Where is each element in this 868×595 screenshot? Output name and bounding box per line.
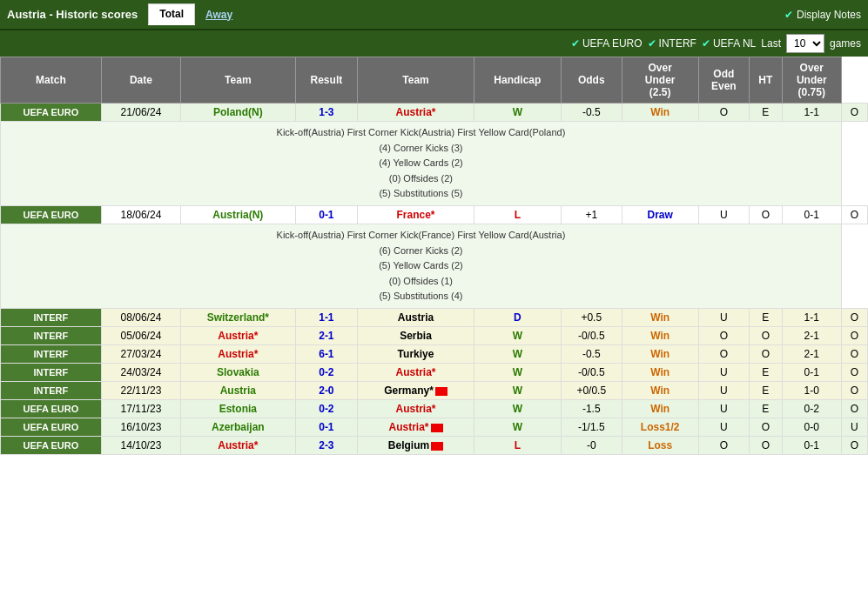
col-match: Match: [1, 57, 102, 104]
header-bar: Austria - Historic scores Total Away ✔ D…: [0, 0, 868, 30]
table-row: UEFA EURO21/06/24Poland(N)1-3Austria*W-0…: [1, 104, 868, 122]
competition-cell: INTERF: [1, 344, 102, 363]
competition-cell: UEFA EURO: [1, 205, 102, 224]
odds-cell: Loss: [622, 436, 698, 454]
ou25-cell: O: [698, 344, 749, 363]
table-row: INTERF08/06/24Switzerland*1-1AustriaD+0.…: [1, 308, 868, 326]
check-euro: ✔: [571, 37, 580, 50]
team-away-cell[interactable]: Austria*: [358, 418, 474, 436]
outcome-cell: W: [474, 104, 561, 122]
handicap-cell: -0/0.5: [561, 326, 622, 344]
date-cell: 22/11/23: [101, 381, 180, 399]
handicap-cell: +1: [561, 205, 622, 224]
col-ou075: OverUnder(0.75): [782, 57, 841, 104]
outcome-cell: W: [474, 344, 561, 363]
odds-cell: Win: [622, 308, 698, 326]
tab-total[interactable]: Total: [148, 3, 195, 25]
checkbox-icon: ✔: [784, 9, 793, 21]
competition-cell: INTERF: [1, 381, 102, 399]
tab-away[interactable]: Away: [195, 5, 243, 24]
table-row: INTERF27/03/24Austria*6-1TurkiyeW-0.5Win…: [1, 344, 868, 363]
competition-cell: UEFA EURO: [1, 436, 102, 454]
ht-cell: 1-1: [782, 308, 841, 326]
filter-interf[interactable]: ✔ INTERF: [648, 37, 696, 50]
result-cell: 0-2: [295, 399, 358, 418]
date-cell: 18/06/24: [101, 205, 180, 224]
odds-cell: Loss1/2: [622, 418, 698, 436]
ou25-cell: U: [698, 308, 749, 326]
competition-cell: UEFA EURO: [1, 399, 102, 418]
team-away-cell[interactable]: Austria: [358, 308, 474, 326]
team-home-cell[interactable]: Austria(N): [181, 205, 296, 224]
team-flag-icon: [435, 387, 447, 396]
ou25-cell: O: [698, 104, 749, 122]
detail-cell: Kick-off(Austria) First Corner Kick(Fran…: [1, 224, 842, 308]
filter-nl[interactable]: ✔ UEFA NL: [702, 37, 756, 50]
ht-cell: 1-0: [782, 381, 841, 399]
col-oe: OddEven: [698, 57, 749, 104]
games-label: games: [830, 37, 861, 50]
display-notes[interactable]: ✔ Display Notes: [784, 9, 861, 21]
filter-bar: ✔ UEFA EURO ✔ INTERF ✔ UEFA NL Last 10 2…: [0, 30, 868, 57]
team-away-cell[interactable]: Turkiye: [358, 344, 474, 363]
detail-cell: Kick-off(Austria) First Corner Kick(Aust…: [1, 122, 842, 206]
team-away-cell[interactable]: Austria*: [358, 104, 474, 122]
header-title: Austria - Historic scores: [7, 8, 138, 21]
check-interf: ✔: [648, 37, 656, 50]
ou25-cell: O: [698, 326, 749, 344]
team-away-cell[interactable]: Serbia: [358, 326, 474, 344]
handicap-cell: -0.5: [561, 344, 622, 363]
team-home-cell[interactable]: Slovakia: [181, 363, 296, 381]
team-home-cell[interactable]: Austria*: [181, 344, 296, 363]
odds-cell: Win: [622, 381, 698, 399]
team-home-cell[interactable]: Austria*: [181, 436, 296, 454]
date-cell: 27/03/24: [101, 344, 180, 363]
display-notes-label: Display Notes: [797, 9, 861, 21]
ou075-cell: U: [841, 418, 867, 436]
team-home-cell[interactable]: Switzerland*: [181, 308, 296, 326]
team-away-cell[interactable]: Germany*: [358, 381, 474, 399]
handicap-cell: -0.5: [561, 104, 622, 122]
ou25-cell: U: [698, 381, 749, 399]
check-nl: ✔: [702, 37, 710, 50]
team-home-cell[interactable]: Poland(N): [181, 104, 296, 122]
team-away-cell[interactable]: Austria*: [358, 399, 474, 418]
handicap-cell: +0.5: [561, 308, 622, 326]
oe-cell: O: [750, 344, 783, 363]
result-cell: 2-1: [295, 326, 358, 344]
team-away-cell[interactable]: Belgium: [358, 436, 474, 454]
handicap-cell: -0/0.5: [561, 363, 622, 381]
odds-cell: Win: [622, 104, 698, 122]
filter-euro[interactable]: ✔ UEFA EURO: [571, 37, 643, 50]
table-row: UEFA EURO14/10/23Austria*2-3BelgiumL-0Lo…: [1, 436, 868, 454]
col-date: Date: [101, 57, 180, 104]
date-cell: 24/03/24: [101, 363, 180, 381]
ou075-cell: O: [841, 344, 867, 363]
ou25-cell: U: [698, 363, 749, 381]
outcome-cell: D: [474, 308, 561, 326]
team-flag-icon: [431, 424, 443, 432]
team-home-cell[interactable]: Azerbaijan: [181, 418, 296, 436]
ou25-cell: U: [698, 205, 749, 224]
handicap-cell: -1/1.5: [561, 418, 622, 436]
ou075-cell: O: [841, 205, 867, 224]
result-cell: 0-2: [295, 363, 358, 381]
outcome-cell: W: [474, 326, 561, 344]
ou25-cell: O: [698, 436, 749, 454]
team-home-cell[interactable]: Austria: [181, 381, 296, 399]
odds-cell: Win: [622, 363, 698, 381]
oe-cell: O: [750, 436, 783, 454]
competition-cell: INTERF: [1, 308, 102, 326]
competition-cell: UEFA EURO: [1, 104, 102, 122]
ht-cell: 1-1: [782, 104, 841, 122]
col-handicap: Handicap: [474, 57, 561, 104]
last-select[interactable]: 10 20 30: [786, 34, 824, 53]
team-home-cell[interactable]: Estonia: [181, 399, 296, 418]
team-away-cell[interactable]: France*: [358, 205, 474, 224]
team-away-cell[interactable]: Austria*: [358, 363, 474, 381]
team-home-cell[interactable]: Austria*: [181, 326, 296, 344]
oe-cell: E: [750, 363, 783, 381]
ou075-cell: O: [841, 308, 867, 326]
ht-cell: 0-2: [782, 399, 841, 418]
col-team-away: Team: [358, 57, 474, 104]
